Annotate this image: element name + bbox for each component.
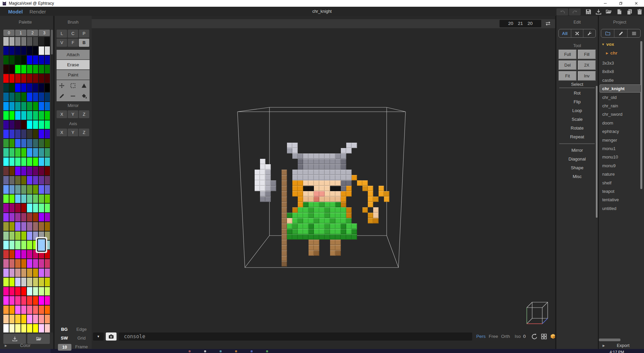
delete-button[interactable] (637, 9, 643, 15)
palette-swatch[interactable] (27, 130, 32, 138)
palette-swatch[interactable] (39, 148, 44, 157)
project-item-castle[interactable]: castle (602, 78, 640, 83)
palette-swatch[interactable] (45, 241, 50, 249)
palette-swatch[interactable] (45, 37, 50, 46)
palette-swatch[interactable] (3, 120, 9, 129)
console-input[interactable] (119, 332, 472, 341)
edit-tool-inv[interactable]: Inv (578, 71, 596, 81)
palette-swatch[interactable] (21, 204, 27, 212)
edit-tool-2x[interactable]: 2X (578, 60, 596, 70)
project-item-doom[interactable]: doom (602, 120, 640, 126)
palette-swatch[interactable] (33, 269, 38, 277)
palette-swatch[interactable] (33, 148, 38, 157)
palette-swatch[interactable] (15, 232, 21, 240)
palette-swatch[interactable] (3, 232, 9, 240)
palette-swatch[interactable] (3, 83, 9, 92)
tree-expanded-icon[interactable]: ▼ (602, 43, 605, 46)
palette-swatch[interactable] (15, 185, 21, 194)
palette-swatch[interactable] (39, 130, 44, 138)
palette-swatch[interactable] (33, 222, 38, 231)
palette-swatch[interactable] (21, 102, 27, 111)
palette-swatch[interactable] (33, 93, 38, 101)
palette-swatch[interactable] (39, 296, 44, 305)
palette-swatch[interactable] (9, 213, 15, 222)
filter-all-button[interactable]: All (559, 29, 571, 37)
palette-swatch[interactable] (33, 287, 38, 296)
redo-button[interactable] (569, 8, 581, 15)
project-item-chr_sword[interactable]: chr_sword (602, 112, 640, 117)
palette-swatch[interactable] (15, 287, 21, 296)
palette-swatch[interactable] (39, 111, 44, 120)
palette-swatch[interactable] (15, 306, 21, 314)
palette-swatch[interactable] (3, 195, 9, 203)
edit-action-rot[interactable]: Rot (556, 90, 598, 96)
palette-swatch[interactable] (15, 37, 21, 46)
palette-swatch[interactable] (45, 278, 50, 286)
palette-swatch[interactable] (9, 176, 15, 185)
palette-swatch[interactable] (9, 65, 15, 74)
palette-swatch[interactable] (33, 83, 38, 92)
minimize-button[interactable] (598, 0, 613, 7)
palette-swatch[interactable] (39, 259, 44, 268)
palette-swatch[interactable] (33, 213, 38, 222)
palette-swatch[interactable] (21, 37, 27, 46)
duplicate-button[interactable] (626, 9, 633, 15)
close-button[interactable] (629, 0, 644, 7)
palette-swatch[interactable] (27, 93, 32, 101)
palette-swatch[interactable] (27, 278, 32, 286)
palette-swatch[interactable] (15, 46, 21, 55)
palette-swatch[interactable] (15, 167, 21, 175)
palette-swatch[interactable] (45, 315, 50, 323)
palette-swatch[interactable] (21, 139, 27, 148)
palette-swatch[interactable] (3, 167, 9, 175)
palette-swatch[interactable] (39, 102, 44, 111)
palette-swatch[interactable] (9, 204, 15, 212)
palette-swatch[interactable] (39, 83, 44, 92)
palette-swatch[interactable] (33, 176, 38, 185)
palette-swatch[interactable] (21, 250, 27, 259)
palette-swatch[interactable] (45, 93, 50, 101)
palette-swatch[interactable] (15, 111, 21, 120)
palette-swatch[interactable] (45, 306, 50, 314)
palette-swatch[interactable] (21, 148, 27, 157)
palette-swatch[interactable] (39, 37, 44, 46)
open-button[interactable] (606, 9, 612, 15)
palette-swatch[interactable] (9, 157, 15, 166)
palette-swatch[interactable] (27, 324, 32, 333)
palette-swatch[interactable] (9, 259, 15, 268)
palette-swatch[interactable] (21, 315, 27, 323)
palette-swatch[interactable] (27, 74, 32, 83)
palette-swatch[interactable] (45, 269, 50, 277)
palette-swatch[interactable] (33, 111, 38, 120)
palette-swatch[interactable] (21, 83, 27, 92)
palette-swatch[interactable] (27, 269, 32, 277)
palette-swatch[interactable] (21, 65, 27, 74)
palette-swatch[interactable] (9, 278, 15, 286)
palette-swatch[interactable] (33, 139, 38, 148)
tab-render[interactable]: Render (27, 7, 49, 16)
export-button[interactable]: Export (606, 343, 640, 348)
brush-mode-C[interactable]: C (68, 30, 78, 38)
palette-swatch[interactable] (3, 278, 9, 286)
palette-swatch[interactable] (39, 306, 44, 314)
palette-swatch[interactable] (15, 120, 21, 129)
palette-swatch[interactable] (33, 37, 38, 46)
palette-swatch[interactable] (33, 167, 38, 175)
palette-swatch[interactable] (3, 46, 9, 55)
palette-swatch[interactable] (45, 296, 50, 305)
palette-swatch[interactable] (33, 204, 38, 212)
palette-swatch[interactable] (15, 148, 21, 157)
palette-swatch[interactable] (39, 315, 44, 323)
orientation-cube[interactable] (523, 297, 549, 328)
palette-swatch[interactable] (3, 324, 9, 333)
palette-swatch[interactable] (45, 324, 50, 333)
palette-swatch[interactable] (3, 241, 9, 249)
edit-action-scale[interactable]: Scale (556, 116, 598, 122)
palette-swatch[interactable] (33, 46, 38, 55)
edit-action-mirror[interactable]: Mirror (556, 147, 598, 153)
palette-swatch[interactable] (9, 287, 15, 296)
palette-swatch[interactable] (39, 93, 44, 101)
project-item-nature[interactable]: nature (602, 172, 640, 177)
palette-swatch[interactable] (15, 241, 21, 249)
palette-swatch[interactable] (15, 259, 21, 268)
